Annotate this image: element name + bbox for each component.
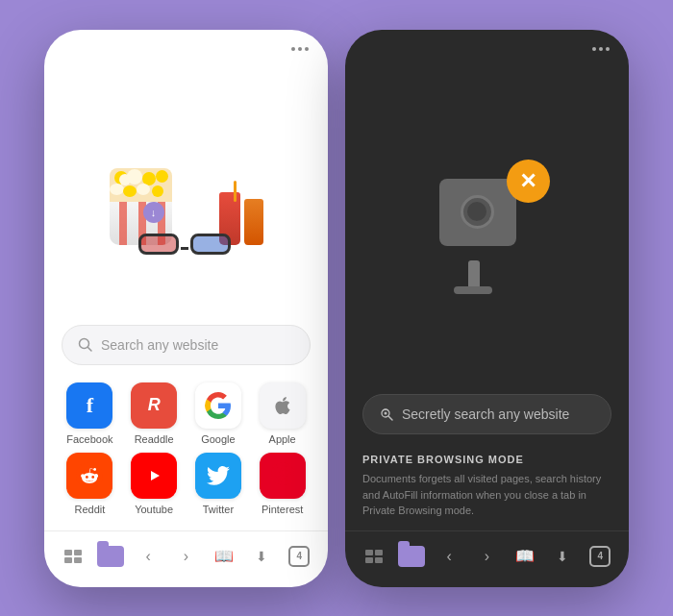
toolbar-tabs-grid-light[interactable]	[58, 541, 88, 572]
readdle-label: Readdle	[135, 433, 174, 445]
illustration-light: ↓	[100, 106, 273, 259]
toolbar-back-dark[interactable]: ‹	[434, 541, 464, 572]
toolbar-folder-light[interactable]	[95, 541, 126, 572]
shortcut-youtube[interactable]: Youtube	[126, 453, 183, 515]
camera-x-overlay: ✕	[507, 160, 550, 203]
toolbar-back-light[interactable]: ‹	[133, 541, 163, 572]
youtube-label: Youtube	[135, 504, 173, 515]
download-circle: ↓	[143, 202, 164, 223]
hero-area-dark: ✕	[345, 30, 629, 387]
back-icon: ‹	[146, 548, 151, 565]
shortcut-facebook[interactable]: f Facebook	[62, 382, 118, 445]
shortcut-reddit[interactable]: Reddit	[62, 453, 118, 515]
menu-dots-dark[interactable]	[592, 47, 610, 51]
twitter-label: Twitter	[203, 504, 234, 515]
reddit-label: Reddit	[74, 504, 105, 515]
menu-dots-light[interactable]	[291, 47, 309, 51]
folder-icon-dark	[398, 546, 425, 567]
google-icon	[195, 382, 241, 429]
search-icon	[78, 337, 93, 353]
tabs-count-badge-dark: 4	[589, 546, 611, 567]
camera-stand	[468, 260, 480, 289]
svg-point-7	[385, 412, 387, 415]
search-bar-light[interactable]: Search any website	[62, 325, 311, 365]
readdle-icon: R	[131, 382, 177, 429]
bookmarks-icon-dark: 📖	[515, 547, 535, 565]
phone-dark: ✕ Secretly search any website PRIVAT	[345, 30, 629, 587]
shortcut-apple[interactable]: Apple	[254, 382, 311, 445]
private-browsing-info: PRIVATE BROWSING MODE Documents forgets …	[345, 442, 629, 530]
svg-line-6	[389, 417, 393, 421]
download-icon: ⬇	[256, 549, 267, 564]
phones-container: ↓	[25, 11, 648, 606]
search-bar-dark[interactable]: Secretly search any website	[362, 394, 611, 434]
phone-light-content: ↓	[44, 30, 328, 587]
apple-label: Apple	[269, 433, 296, 445]
private-search-placeholder: Secretly search any website	[402, 407, 569, 422]
shortcuts-grid: f Facebook R Readdle	[44, 373, 328, 530]
facebook-label: Facebook	[66, 433, 112, 445]
facebook-icon: f	[66, 382, 112, 429]
shortcut-pinterest[interactable]: Pinterest	[254, 453, 311, 515]
toolbar-bookmarks-light[interactable]: 📖	[209, 541, 239, 572]
glasses	[138, 234, 231, 255]
folder-icon	[97, 546, 124, 567]
shortcut-twitter[interactable]: Twitter	[190, 453, 247, 515]
google-label: Google	[201, 433, 235, 445]
toolbar-forward-light[interactable]: ›	[170, 541, 201, 572]
toolbar-tabs-grid-dark[interactable]	[359, 541, 389, 572]
toolbar-download-dark[interactable]: ⬇	[547, 541, 578, 572]
camera-base	[454, 286, 492, 294]
bottom-toolbar-light: ‹ › 📖 ⬇ 4	[44, 530, 328, 587]
back-icon-dark: ‹	[447, 548, 452, 565]
popcorn-bucket: ↓	[110, 168, 172, 240]
pinterest-label: Pinterest	[262, 504, 303, 515]
download-icon-dark: ⬇	[557, 549, 568, 564]
pinterest-icon	[260, 453, 306, 499]
toolbar-tabs-badge-dark[interactable]: 4	[585, 541, 615, 572]
private-search-icon	[379, 407, 394, 422]
apple-icon	[260, 382, 306, 429]
toolbar-forward-dark[interactable]: ›	[471, 541, 502, 572]
shortcut-readdle[interactable]: R Readdle	[126, 382, 183, 445]
bookmarks-icon: 📖	[214, 547, 234, 565]
toolbar-download-light[interactable]: ⬇	[246, 541, 277, 572]
tabs-count-badge: 4	[288, 546, 310, 567]
youtube-icon	[131, 453, 177, 499]
reddit-icon	[66, 453, 112, 499]
toolbar-bookmarks-dark[interactable]: 📖	[510, 541, 540, 572]
toolbar-folder-dark[interactable]	[396, 541, 427, 572]
phone-dark-content: ✕ Secretly search any website PRIVAT	[345, 30, 629, 587]
private-mode-desc: Documents forgets all visited pages, sea…	[362, 471, 611, 519]
forward-icon-dark: ›	[485, 548, 489, 565]
forward-icon: ›	[184, 548, 188, 565]
bottom-toolbar-dark: ‹ › 📖 ⬇ 4	[345, 530, 629, 587]
search-placeholder-light: Search any website	[101, 337, 218, 353]
private-mode-title: PRIVATE BROWSING MODE	[362, 454, 611, 465]
camera-body	[439, 179, 516, 246]
shortcut-google[interactable]: Google	[190, 382, 247, 445]
toolbar-tabs-badge-light[interactable]: 4	[284, 541, 314, 572]
phone-light: ↓	[44, 30, 328, 587]
svg-line-1	[88, 347, 92, 351]
camera-illustration: ✕	[411, 140, 564, 294]
hero-area-light: ↓	[44, 30, 328, 317]
twitter-icon	[195, 453, 241, 499]
